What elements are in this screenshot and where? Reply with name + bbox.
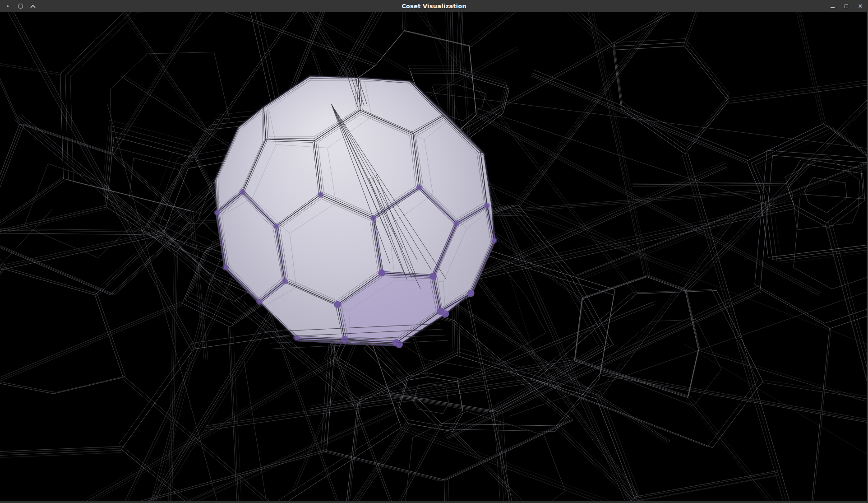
app-window: Coset Visualization ✕: [0, 0, 868, 503]
maximize-button[interactable]: [842, 2, 850, 10]
minimize-button[interactable]: [828, 2, 836, 10]
close-icon: ✕: [858, 3, 863, 9]
dot-indicator-icon[interactable]: [4, 2, 12, 10]
window-border-bottom: [0, 501, 868, 503]
window-controls: ✕: [828, 0, 864, 12]
titlebar[interactable]: Coset Visualization ✕: [0, 0, 868, 12]
window-title: Coset Visualization: [0, 3, 868, 9]
close-button[interactable]: ✕: [856, 2, 864, 10]
circle-icon[interactable]: [16, 2, 24, 10]
titlebar-left-icons: [4, 0, 37, 12]
chevron-up-icon[interactable]: [29, 2, 37, 10]
3d-viewport[interactable]: [0, 12, 868, 501]
